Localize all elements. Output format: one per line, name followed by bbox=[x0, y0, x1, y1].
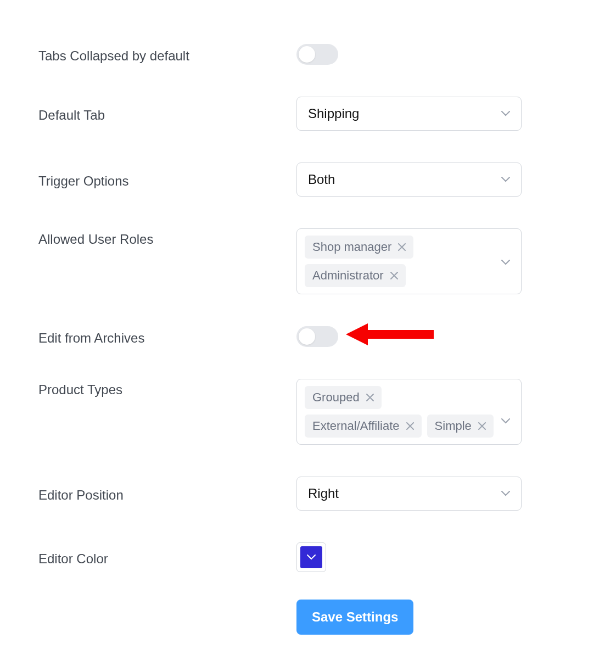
trigger-options-label: Trigger Options bbox=[38, 170, 296, 189]
tag-label: Simple bbox=[435, 419, 472, 433]
chevron-down-icon bbox=[501, 111, 510, 116]
default-tab-value: Shipping bbox=[308, 106, 359, 121]
product-types-select[interactable]: Grouped External/Affiliate Simple bbox=[296, 379, 522, 445]
product-type-tag: External/Affiliate bbox=[305, 415, 422, 438]
chevron-down-icon bbox=[501, 386, 513, 426]
toggle-knob bbox=[299, 328, 315, 345]
chevron-down-icon bbox=[501, 177, 510, 182]
editor-position-select[interactable]: Right bbox=[296, 477, 522, 511]
trigger-options-select[interactable]: Both bbox=[296, 163, 522, 197]
remove-tag-icon[interactable] bbox=[366, 394, 374, 401]
remove-tag-icon[interactable] bbox=[478, 422, 486, 430]
save-settings-button[interactable]: Save Settings bbox=[296, 600, 413, 635]
tabs-collapsed-label: Tabs Collapsed by default bbox=[38, 45, 296, 64]
tag-label: Shop manager bbox=[312, 240, 391, 254]
tag-label: Grouped bbox=[312, 390, 360, 405]
default-tab-label: Default Tab bbox=[38, 104, 296, 123]
editor-position-value: Right bbox=[308, 486, 339, 501]
product-types-label: Product Types bbox=[38, 379, 296, 397]
allowed-user-roles-label: Allowed User Roles bbox=[38, 228, 296, 247]
remove-tag-icon[interactable] bbox=[398, 243, 406, 251]
chevron-down-icon bbox=[501, 236, 513, 267]
editor-position-label: Editor Position bbox=[38, 484, 296, 503]
product-type-tag: Simple bbox=[427, 415, 494, 438]
allowed-user-roles-select[interactable]: Shop manager Administrator bbox=[296, 228, 522, 294]
tabs-collapsed-toggle[interactable] bbox=[296, 44, 338, 65]
trigger-options-value: Both bbox=[308, 172, 335, 187]
toggle-knob bbox=[299, 46, 315, 63]
color-swatch bbox=[300, 546, 322, 568]
user-role-tag: Shop manager bbox=[305, 236, 413, 259]
edit-from-archives-toggle[interactable] bbox=[296, 326, 338, 347]
user-role-tag: Administrator bbox=[305, 264, 406, 287]
remove-tag-icon[interactable] bbox=[406, 422, 414, 430]
edit-from-archives-label: Edit from Archives bbox=[38, 327, 296, 346]
chevron-down-icon bbox=[501, 491, 510, 496]
product-type-tag: Grouped bbox=[305, 386, 382, 409]
editor-color-picker[interactable] bbox=[296, 542, 326, 572]
tag-label: External/Affiliate bbox=[312, 419, 400, 433]
tag-label: Administrator bbox=[312, 268, 384, 283]
remove-tag-icon[interactable] bbox=[390, 272, 398, 279]
editor-color-label: Editor Color bbox=[38, 548, 296, 567]
default-tab-select[interactable]: Shipping bbox=[296, 97, 522, 131]
